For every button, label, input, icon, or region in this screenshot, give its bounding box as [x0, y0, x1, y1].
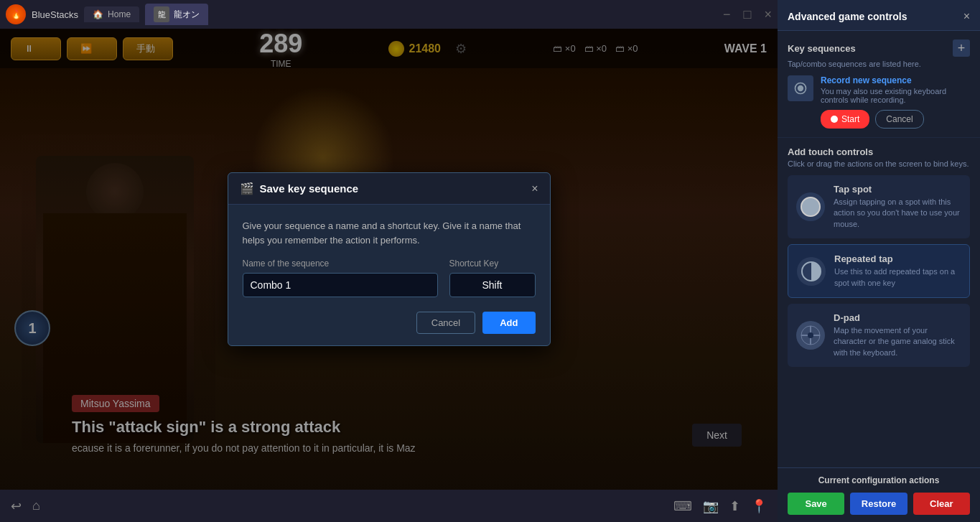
dialog-close-icon[interactable]: × — [531, 183, 538, 195]
config-buttons: Save Restore Clear — [788, 493, 970, 515]
record-svg — [793, 81, 808, 95]
svg-point-1 — [798, 86, 803, 91]
topbar: 🔥 BlueStacks 🏠 Home 龍 龍オン − □ × — [0, 0, 778, 29]
home-icon: 🏠 — [93, 9, 103, 19]
dialog-fields: Name of the sequence Shortcut Key — [243, 258, 536, 297]
dpad-desc: Map the movement of your character or th… — [834, 325, 961, 358]
save-sequence-dialog: 🎬 Save key sequence × Give your sequence… — [228, 172, 551, 346]
bottom-left-icons: ↩ ⌂ — [11, 498, 40, 514]
record-row: Record new sequence You may also use exi… — [788, 75, 970, 129]
dialog-title: Save key sequence — [260, 182, 359, 195]
tap-spot-name: Tap spot — [834, 184, 961, 195]
tap-spot-info: Tap spot Assign tapping on a spot with t… — [834, 184, 961, 230]
repeated-tap-name: Repeated tap — [834, 253, 961, 264]
key-sequences-title: Key sequences — [788, 43, 856, 54]
bs-logo: 🔥 — [6, 4, 26, 24]
name-field-label: Name of the sequence — [243, 258, 438, 269]
start-dot — [831, 116, 838, 123]
record-cancel-button[interactable]: Cancel — [875, 110, 923, 129]
repeated-tap-desc: Use this to add repeated taps on a spot … — [834, 266, 961, 289]
right-panel: Advanced game controls × Key sequences +… — [778, 0, 980, 522]
key-sequences-desc: Tap/combo sequences are listed here. — [788, 60, 970, 68]
tap-spot-desc: Assign tapping on a spot with this actio… — [834, 197, 961, 230]
repeated-tap-visual — [801, 261, 821, 281]
back-icon[interactable]: ↩ — [11, 498, 22, 514]
shortcut-field: Shortcut Key — [449, 258, 536, 297]
tap-spot-visual — [801, 197, 821, 217]
modal-overlay: 🎬 Save key sequence × Give your sequence… — [0, 29, 778, 490]
location-icon[interactable]: 📍 — [751, 498, 767, 514]
dialog-description: Give your sequence a name and a shortcut… — [243, 219, 536, 247]
restore-button[interactable]: Restore — [850, 493, 907, 515]
dialog-header: 🎬 Save key sequence × — [228, 173, 550, 205]
dpad-info: D-pad Map the movement of your character… — [834, 312, 961, 358]
name-field: Name of the sequence — [243, 258, 438, 297]
keyboard-icon[interactable]: ⌨ — [673, 498, 692, 514]
name-input[interactable] — [243, 273, 438, 297]
section-header: Key sequences + — [788, 39, 970, 57]
panel-header: Advanced game controls × — [778, 0, 980, 31]
shortcut-input[interactable] — [449, 273, 536, 297]
shortcut-field-label: Shortcut Key — [449, 258, 536, 269]
camera-icon[interactable]: 📷 — [703, 498, 719, 514]
add-sequence-icon[interactable]: + — [953, 39, 970, 57]
save-button[interactable]: Save — [788, 493, 844, 515]
touch-controls-title: Add touch controls — [788, 146, 970, 157]
dialog-body: Give your sequence a name and a shortcut… — [228, 205, 550, 345]
record-title: Record new sequence — [821, 75, 970, 85]
record-desc: You may also use existing keyboard contr… — [821, 87, 970, 104]
game-area: 🔥 BlueStacks 🏠 Home 龍 龍オン − □ × ⏸ ⏩ 手動 — [0, 0, 778, 522]
bs-title-text: BlueStacks — [32, 9, 78, 20]
start-button[interactable]: Start — [821, 110, 869, 129]
panel-close-icon[interactable]: × — [963, 10, 970, 23]
dpad-name: D-pad — [834, 312, 961, 323]
panel-title: Advanced game controls — [788, 11, 907, 22]
record-icon — [788, 75, 813, 101]
maximize-icon[interactable]: □ — [744, 7, 752, 22]
clear-button[interactable]: Clear — [913, 493, 970, 515]
minimize-icon[interactable]: − — [723, 7, 731, 22]
tap-spot-icon — [796, 192, 825, 221]
share-icon[interactable]: ⬆ — [729, 498, 740, 514]
touch-controls-desc: Click or drag the actions on the screen … — [788, 159, 970, 168]
bottombar: ↩ ⌂ ⌨ 📷 ⬆ 📍 — [0, 490, 778, 522]
bottom-right-icons: ⌨ 📷 ⬆ 📍 — [673, 498, 767, 514]
config-title: Current configuration actions — [788, 475, 970, 485]
key-sequences-section: Key sequences + Tap/combo sequences are … — [778, 31, 980, 138]
record-content: Record new sequence You may also use exi… — [821, 75, 970, 129]
game-tab-icon: 龍 — [154, 6, 169, 22]
dialog-title-row: 🎬 Save key sequence — [240, 182, 359, 195]
dpad-svg — [801, 325, 821, 345]
repeated-tap-info: Repeated tap Use this to add repeated ta… — [834, 253, 961, 289]
dialog-icon: 🎬 — [240, 182, 254, 195]
config-section: Current configuration actions Save Resto… — [778, 467, 980, 522]
repeated-tap-item[interactable]: Repeated tap Use this to add repeated ta… — [788, 244, 970, 298]
record-buttons: Start Cancel — [821, 110, 970, 129]
tab-home[interactable]: 🏠 Home — [84, 6, 139, 22]
repeated-tap-icon — [797, 257, 826, 286]
dpad-item[interactable]: D-pad Map the movement of your character… — [788, 304, 970, 367]
add-button[interactable]: Add — [482, 312, 535, 334]
svg-point-5 — [808, 332, 813, 338]
tab-game[interactable]: 龍 龍オン — [145, 4, 208, 25]
topbar-close-icon[interactable]: × — [764, 7, 772, 22]
dialog-footer: Cancel Add — [243, 312, 536, 334]
home-bottom-icon[interactable]: ⌂ — [32, 498, 40, 514]
touch-controls-section: Add touch controls Click or drag the act… — [778, 138, 980, 381]
cancel-button[interactable]: Cancel — [416, 312, 475, 334]
dpad-icon — [796, 321, 825, 350]
tap-spot-item[interactable]: Tap spot Assign tapping on a spot with t… — [788, 175, 970, 238]
